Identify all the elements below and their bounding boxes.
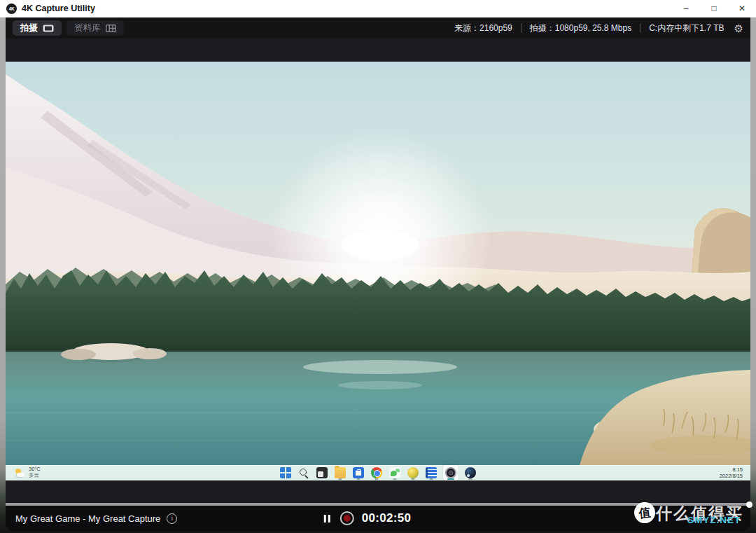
tab-library-label: 资料库: [74, 22, 101, 34]
globe-app-icon: [407, 467, 419, 478]
disk-status: C:内存中剩下1.7 TB: [649, 22, 724, 34]
file-explorer-icon: [335, 467, 346, 478]
close-button[interactable]: ✕: [728, 0, 756, 17]
capture-app-icon: [445, 467, 456, 478]
tab-capture-label: 拍摄: [20, 22, 38, 34]
weather-condition: 多云: [29, 473, 41, 479]
record-timer: 00:02:50: [362, 511, 411, 525]
record-controls: 00:02:50: [321, 506, 411, 531]
record-button[interactable]: [340, 511, 354, 525]
microsoft-store-icon: [353, 467, 364, 478]
tab-library[interactable]: 资料库: [66, 20, 124, 36]
window-controls: – □ ✕: [672, 0, 756, 17]
source-status: 来源：2160p59: [454, 22, 512, 34]
clock-time: 8:15: [720, 466, 743, 473]
title-bar: 4K 4K Capture Utility – □ ✕: [0, 0, 756, 18]
app-window: 拍摄 资料库 来源：2160p59 拍摄：1080p59, 25.8 Mbps: [6, 18, 750, 531]
clock-date: 2022/8/15: [720, 473, 743, 479]
landscape-image: [6, 62, 750, 465]
status-bar: 来源：2160p59 拍摄：1080p59, 25.8 Mbps C:内存中剩下…: [454, 22, 743, 34]
captured-taskbar: 30°C 多云: [6, 465, 750, 480]
captured-weather-widget: 30°C 多云: [15, 465, 41, 480]
capture-status: 拍摄：1080p59, 25.8 Mbps: [530, 22, 631, 34]
search-icon: [298, 467, 309, 478]
screen: 4K 4K Capture Utility – □ ✕ 拍摄 资料库: [0, 0, 756, 533]
captured-taskbar-icons: [279, 465, 477, 480]
steam-icon: [465, 467, 476, 478]
messenger-icon: [389, 467, 400, 478]
tab-capture[interactable]: 拍摄: [13, 20, 62, 36]
grid-icon: [106, 25, 116, 32]
separator: [640, 23, 640, 33]
tab-bar: 拍摄 资料库: [13, 20, 124, 36]
separator: [521, 23, 522, 33]
maximize-button[interactable]: □: [700, 0, 728, 17]
toolbar: 拍摄 资料库 来源：2160p59 拍摄：1080p59, 25.8 Mbps: [6, 18, 750, 39]
capture-name-label: My Great Game - My Great Capture: [15, 513, 160, 524]
windows-start-icon: [280, 467, 291, 478]
info-icon[interactable]: i: [167, 513, 177, 524]
notebook-app-icon: [426, 467, 437, 478]
monitor-icon: [43, 25, 54, 32]
task-view-icon: [316, 467, 328, 478]
gear-icon[interactable]: ⚙: [734, 23, 743, 34]
minimize-button[interactable]: –: [672, 0, 700, 17]
weather-icon: [15, 469, 25, 478]
record-bar: My Great Game - My Great Capture i 00:02…: [6, 506, 750, 531]
video-stage: 30°C 多云: [6, 39, 750, 503]
video-preview: 30°C 多云: [6, 62, 750, 480]
app-logo-icon: 4K: [6, 4, 17, 14]
window-title: 4K Capture Utility: [22, 4, 95, 13]
pause-button[interactable]: [321, 513, 332, 524]
captured-clock: 8:15 2022/8/15: [720, 465, 743, 480]
chrome-icon: [371, 467, 382, 478]
